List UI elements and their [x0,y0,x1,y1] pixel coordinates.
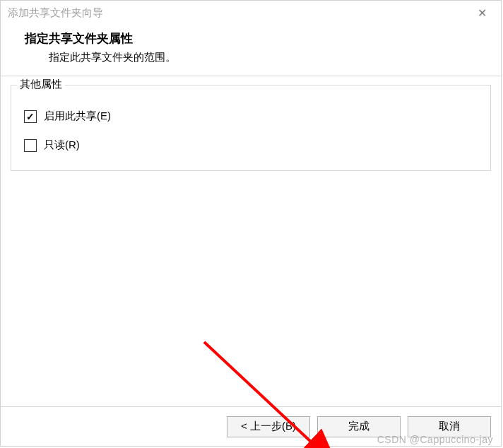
enable-share-checkbox[interactable] [24,110,37,123]
fieldset-legend: 其他属性 [17,78,65,91]
close-icon[interactable]: ✕ [471,6,492,20]
wizard-footer: < 上一步(B) 完成 取消 [1,406,501,446]
page-heading: 指定共享文件夹属性 [25,30,487,47]
other-attributes-fieldset: 其他属性 启用此共享(E) 只读(R) [11,85,491,171]
back-button[interactable]: < 上一步(B) [227,416,310,437]
readonly-label: 只读(R) [44,138,80,152]
readonly-row[interactable]: 只读(R) [24,138,478,152]
titlebar: 添加共享文件夹向导 ✕ [1,1,501,25]
enable-share-label: 启用此共享(E) [44,110,111,123]
page-subtext: 指定此共享文件夹的范围。 [49,51,487,64]
wizard-body: 其他属性 启用此共享(E) 只读(R) [1,76,501,406]
window-title: 添加共享文件夹向导 [8,6,103,20]
readonly-checkbox[interactable] [24,139,37,152]
finish-button[interactable]: 完成 [317,416,401,437]
cancel-button[interactable]: 取消 [408,416,491,437]
wizard-header: 指定共享文件夹属性 指定此共享文件夹的范围。 [1,25,501,76]
enable-share-row[interactable]: 启用此共享(E) [24,110,478,123]
wizard-dialog: 添加共享文件夹向导 ✕ 指定共享文件夹属性 指定此共享文件夹的范围。 其他属性 … [0,0,502,447]
